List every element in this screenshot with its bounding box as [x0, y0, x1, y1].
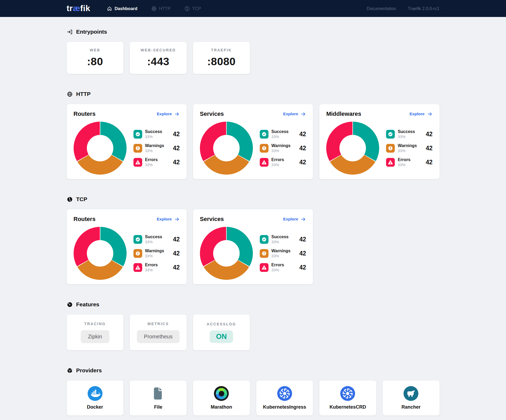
nav-item-tcp[interactable]: TCP	[184, 6, 201, 11]
legend-name: Errors	[145, 157, 158, 162]
legend-pct: 33%	[271, 254, 290, 258]
logo-text: fik	[80, 4, 90, 13]
top-navbar: træfik Dashboard HTTP TCP Documentation …	[0, 0, 506, 17]
legend-name: Warnings	[398, 143, 417, 148]
arrow-right-icon	[301, 216, 306, 222]
legend-name: Success	[271, 129, 289, 134]
legend-name: Warnings	[271, 143, 290, 148]
entrypoint-port: :80	[87, 55, 103, 68]
traefik-logo[interactable]: træfik	[67, 4, 90, 13]
legend-name: Warnings	[145, 143, 164, 148]
provider-label: File	[154, 404, 162, 410]
entrypoints-section-header: Entrypoints	[67, 29, 440, 35]
feature-label: METRICS	[147, 322, 169, 326]
legend-pct: 33%	[398, 135, 415, 139]
main-nav: Dashboard HTTP TCP	[107, 6, 201, 11]
legend-row-warnings: Warnings33% 42	[260, 249, 306, 258]
legend-row-warnings: Warnings33% 42	[133, 143, 180, 153]
legend-row-success: Success33% 42	[133, 129, 180, 139]
entrypoint-card-web-secured: WEB-SECURED :443	[130, 42, 187, 74]
legend-pct: 33%	[271, 163, 284, 167]
exclamation-circle-icon	[135, 145, 141, 151]
nav-item-http[interactable]: HTTP	[151, 6, 171, 11]
donut-chart	[74, 227, 127, 280]
http-grid: Routers Explore Success33% 42 Warn	[67, 104, 440, 179]
provider-label: KubernetesIngress	[263, 404, 306, 410]
explore-label: Explore	[410, 112, 425, 116]
explore-label: Explore	[283, 112, 298, 116]
legend-pct: 33%	[145, 240, 162, 244]
explore-label: Explore	[157, 112, 172, 116]
legend-value: 42	[426, 159, 433, 166]
nav-item-label: TCP	[192, 6, 201, 11]
legend-name: Warnings	[145, 249, 164, 253]
legend-row-success: Success33% 42	[260, 129, 306, 139]
section-title: HTTP	[76, 91, 91, 97]
check-circle-icon	[388, 131, 393, 137]
documentation-link[interactable]: Documentation	[367, 6, 396, 11]
check-circle-icon	[261, 131, 267, 137]
http-middlewares-card: Middlewares Explore Success33% 42	[319, 104, 439, 179]
explore-label: Explore	[283, 217, 298, 222]
feature-on-badge: ON	[210, 330, 233, 343]
legend-pct: 33%	[271, 149, 290, 153]
exclamation-circle-icon	[261, 251, 267, 256]
legend-pct: 33%	[145, 268, 158, 272]
donut-chart	[326, 122, 379, 175]
login-icon	[67, 29, 73, 35]
providers-grid: Docker File Marathon KubernetesIngress K…	[67, 381, 440, 415]
legend-row-success: Success33% 42	[133, 235, 180, 244]
feature-label: ACCESSLOG	[207, 322, 236, 326]
feature-card-tracing: TRACING Zipkin	[67, 315, 124, 350]
legend-value: 42	[173, 131, 180, 138]
legend-name: Errors	[271, 157, 284, 162]
http-section-header: HTTP	[67, 91, 440, 97]
entrypoint-card-traefik: TRAEFIK :8080	[193, 42, 250, 74]
entrypoint-label: WEB-SECURED	[141, 48, 176, 52]
warning-triangle-icon	[135, 160, 141, 165]
legend-pct: 33%	[145, 135, 162, 139]
legend-row-errors: Errors33% 42	[260, 263, 306, 272]
globe-icon	[67, 91, 73, 97]
legend-name: Success	[145, 129, 162, 134]
nav-item-label: Dashboard	[115, 6, 137, 11]
legend-value: 42	[299, 236, 306, 243]
nav-item-dashboard[interactable]: Dashboard	[107, 6, 137, 11]
feature-label: TRACING	[84, 322, 106, 326]
version-label: Traefik 2.0.0-rc1	[408, 6, 440, 11]
explore-http-middlewares-link[interactable]: Explore	[410, 111, 433, 117]
explore-tcp-services-link[interactable]: Explore	[283, 216, 306, 222]
feature-card-accesslog: ACCESSLOG ON	[193, 315, 250, 350]
logo-text: tr	[67, 4, 73, 13]
legend-pct: 33%	[145, 254, 164, 258]
feature-card-metrics: METRICS Prometheus	[130, 315, 187, 350]
section-title: TCP	[76, 196, 87, 202]
providers-section-header: Providers	[67, 367, 440, 374]
card-title: Services	[200, 216, 224, 223]
legend-row-warnings: Warnings33% 42	[386, 143, 432, 153]
provider-label: KubernetesCRD	[329, 404, 366, 410]
http-services-card: Services Explore Success33% 42 War	[193, 104, 313, 179]
entrypoint-label: WEB	[90, 48, 100, 52]
donut-chart	[200, 122, 253, 175]
nav-item-label: HTTP	[159, 6, 171, 11]
provider-label: Rancher	[401, 404, 420, 410]
legend-name: Errors	[145, 263, 158, 267]
legend-value: 42	[299, 159, 306, 166]
explore-label: Explore	[157, 217, 172, 222]
explore-http-services-link[interactable]: Explore	[283, 111, 306, 117]
legend-row-warnings: Warnings33% 42	[133, 249, 180, 258]
tcp-icon	[184, 6, 190, 11]
features-section-header: Features	[67, 301, 440, 308]
explore-http-routers-link[interactable]: Explore	[157, 111, 180, 117]
legend-row-errors: Errors33% 42	[260, 157, 306, 167]
provider-label: Docker	[87, 404, 103, 410]
explore-tcp-routers-link[interactable]: Explore	[157, 216, 180, 222]
entrypoint-label: TRAEFIK	[211, 48, 232, 52]
provider-card-rancher: Rancher	[383, 381, 440, 415]
home-icon	[107, 6, 112, 11]
legend-row-errors: Errors33% 42	[133, 157, 180, 167]
donut-legend: Success33% 42 Warnings33% 42 Errors33% 4…	[133, 129, 180, 167]
tcp-icon	[67, 196, 73, 202]
card-title: Middlewares	[326, 110, 361, 117]
